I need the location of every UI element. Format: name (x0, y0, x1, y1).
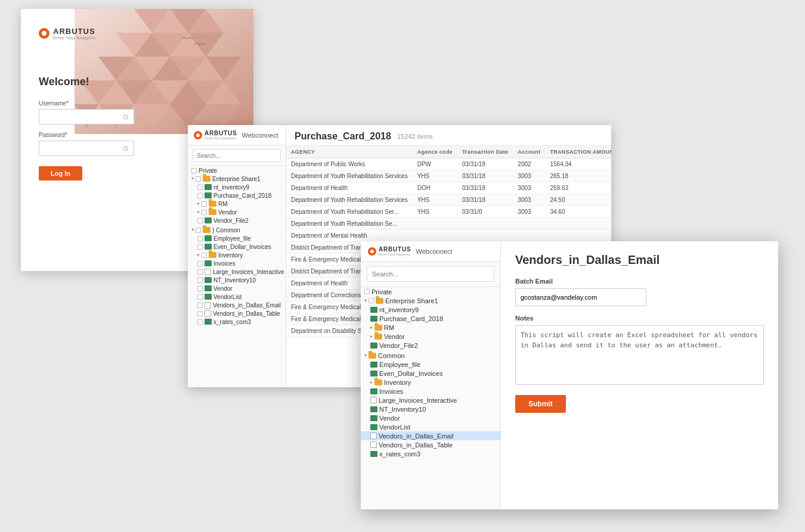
enterprise-checkbox[interactable] (196, 176, 201, 182)
tree-nt-inventory10[interactable]: NT_Inventory10 (188, 276, 286, 284)
nt-inv9-checkbox[interactable] (197, 185, 203, 190)
tree-common[interactable]: ▾ } Common (188, 226, 286, 234)
vendor-label: Vendor (218, 209, 237, 216)
vde-checkbox[interactable] (197, 303, 203, 308)
table-row[interactable]: Department of Youth Rehabilitation Ser..… (286, 206, 611, 218)
batch-email-input[interactable] (515, 288, 646, 306)
email-tree-vdt[interactable]: Vendors_in_Dallas_Table (361, 440, 500, 449)
even-dollar-table-icon (205, 244, 212, 250)
table-row[interactable]: Department of Youth Rehabilitation Servi… (286, 170, 611, 182)
nt-inv9-label: nt_inventory9 (213, 184, 249, 191)
e-xrates-label: x_rates_com3 (379, 450, 420, 458)
e-invoices-icon (370, 388, 377, 394)
notes-label: Notes (515, 315, 764, 322)
email-tree-xrates[interactable]: x_rates_com3 (361, 449, 500, 458)
table-row[interactable]: Department of HealthDOH03/31/183003259.6… (286, 182, 611, 194)
password-input-wrapper[interactable]: ⊙ (39, 141, 134, 156)
e-enterprise-checkbox[interactable] (369, 298, 374, 303)
email-tree-vde[interactable]: Vendors_in_Dallas_Email (361, 431, 500, 440)
common-checkbox[interactable] (196, 228, 201, 233)
tree-inventory[interactable]: ▸ Inventory (188, 251, 286, 259)
table-cell: DOH (413, 182, 457, 194)
login-button[interactable]: Log In (39, 166, 82, 181)
table-cell: 34.60 (545, 206, 611, 218)
invoices-checkbox[interactable] (197, 261, 203, 266)
table-row[interactable]: Department of Public WorksDPW03/31/18200… (286, 158, 611, 170)
email-tree-vendorlist[interactable]: VendorList (361, 422, 500, 431)
login-logo-sub: Drive Your Analytics (53, 36, 96, 40)
email-tree-vendor2[interactable]: Vendor (361, 413, 500, 422)
tree-even-dollar[interactable]: Even_Dollar_Invoices (188, 242, 286, 251)
email-tree-nt-inv9[interactable]: nt_inventory9 (361, 305, 500, 314)
vdt-label: Vendors_in_Dallas_Table (213, 310, 280, 317)
e-vendor-folder-icon (374, 334, 382, 340)
table-cell: 03/31/18 (457, 158, 513, 170)
vdt-checkbox[interactable] (197, 311, 203, 316)
inventory-checkbox[interactable] (202, 253, 207, 258)
tree-purchase-card[interactable]: Purchase_Card_2018 (188, 191, 286, 200)
common-arrow: ▾ (191, 228, 194, 232)
e-enterprise-folder-icon (376, 298, 383, 304)
large-inv-checkbox[interactable] (197, 269, 203, 275)
e-inventory-arrow: ▸ (370, 380, 373, 385)
e-even-dollar-icon (370, 371, 377, 377)
email-tree-invoices[interactable]: Invoices (361, 387, 500, 396)
tree-vendor-file2[interactable]: Vendor_File2 (188, 216, 286, 225)
email-tree-enterprise[interactable]: ▾ Enterprise Share1 (361, 296, 500, 305)
nt-inv9-table-icon (205, 184, 212, 190)
tree-nt-inventory9[interactable]: nt_inventory9 (188, 183, 286, 191)
password-input[interactable] (44, 145, 116, 152)
xrates-checkbox[interactable] (197, 319, 203, 325)
email-tree-rm[interactable]: ▸ RM (361, 323, 500, 332)
tree-vendors-dallas-email[interactable]: Vendors_in_Dallas_Email (188, 301, 286, 309)
email-tree-nt-inv10[interactable]: NT_Inventory10 (361, 405, 500, 413)
emp-file-checkbox[interactable] (197, 236, 203, 241)
tree-large-invoices[interactable]: Large_Invoices_Interactive (188, 267, 286, 276)
vendor-checkbox[interactable] (202, 210, 207, 215)
vendor-file2-checkbox[interactable] (197, 218, 203, 223)
table-row[interactable]: Department of Youth Rehabilitation Servi… (286, 194, 611, 206)
invoices-label: Invoices (213, 260, 236, 267)
tree-vendor[interactable]: ▸ Vendor (188, 208, 286, 216)
email-tree-employee-file[interactable]: Employee_file (361, 360, 500, 369)
table-cell: YHS (413, 194, 457, 206)
private-checkbox[interactable] (191, 168, 197, 173)
email-tree-inventory[interactable]: ▸ Inventory (361, 378, 500, 387)
e-private-checkbox[interactable] (364, 289, 370, 294)
username-input[interactable] (44, 113, 116, 120)
email-tree-purchase-card[interactable]: Purchase_Card_2018 (361, 314, 500, 323)
tree-vendor2[interactable]: Vendor (188, 284, 286, 293)
nt-inv10-checkbox[interactable] (197, 278, 203, 283)
tree-private[interactable]: Private (188, 166, 286, 175)
email-tree-even-dollar[interactable]: Even_Dollar_Invoices (361, 369, 500, 378)
email-tree-common[interactable]: ▾ Common (361, 351, 500, 360)
email-tree-vendor[interactable]: ▸ Vendor (361, 332, 500, 341)
table-cell (413, 218, 457, 230)
rm-checkbox[interactable] (202, 201, 207, 207)
tree-rm[interactable]: ▸ RM (188, 200, 286, 208)
tree-vendors-dallas-table[interactable]: Vendors_in_Dallas_Table (188, 309, 286, 318)
tree-invoices[interactable]: Invoices (188, 259, 286, 267)
email-tree-vendor-file2[interactable]: Vendor_File2 (361, 341, 500, 350)
email-search-input[interactable] (367, 266, 494, 282)
table-cell: Department of Youth Rehabilitation Servi… (286, 170, 413, 182)
table-row[interactable]: Department of Youth Rehabilitation Se... (286, 218, 611, 230)
table-row[interactable]: Department of Mental Health (286, 230, 611, 242)
tree-employee-file[interactable]: Employee_file (188, 234, 286, 242)
even-dollar-checkbox[interactable] (197, 244, 203, 250)
table-cell (457, 218, 513, 230)
email-tree-large-invoices[interactable]: Large_Invoices_Interactive (361, 396, 500, 405)
username-input-wrapper[interactable]: ⊙ (39, 109, 134, 125)
tree-enterprise[interactable]: ▾ Enterprise Share1 (188, 175, 286, 183)
tree-vendorlist[interactable]: VendorList (188, 293, 286, 301)
notes-textarea[interactable]: This script will create an Excel spreads… (515, 325, 764, 385)
submit-button[interactable]: Submit (515, 395, 566, 413)
tree-x-rates[interactable]: x_rates_com3 (188, 318, 286, 326)
email-tree-private[interactable]: Private (361, 287, 500, 296)
e-vendor-label: Vendor (384, 333, 405, 340)
vendorlist-checkbox[interactable] (197, 294, 203, 300)
table-search-input[interactable] (193, 149, 281, 162)
vendor2-checkbox[interactable] (197, 286, 203, 291)
purchase-card-checkbox[interactable] (197, 193, 203, 198)
password-label: Password* (39, 132, 158, 138)
